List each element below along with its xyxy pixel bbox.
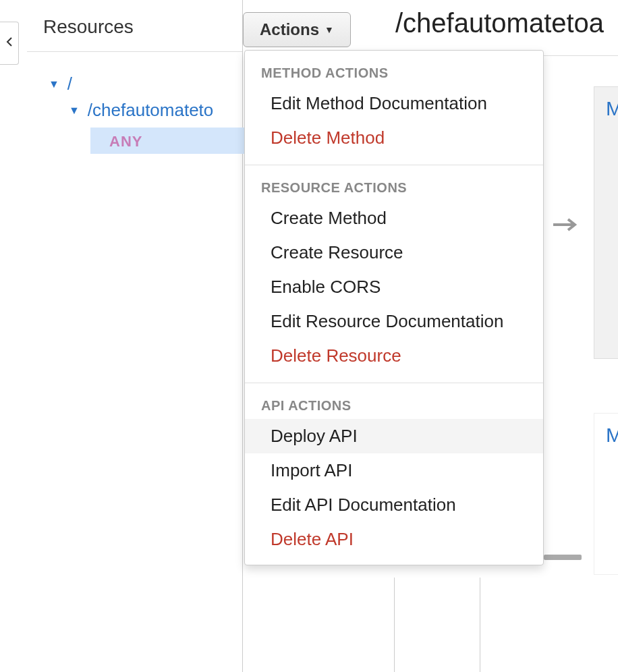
arrow-right-icon xyxy=(553,213,580,236)
chevron-left-icon xyxy=(6,37,13,49)
method-request-link[interactable]: M xyxy=(606,97,618,120)
method-response-link[interactable]: M xyxy=(606,424,618,447)
dropdown-section-method-header: METHOD ACTIONS xyxy=(245,51,543,86)
menu-create-method[interactable]: Create Method xyxy=(245,201,543,235)
resources-sidebar: Resources ▼ / ▼ /chefautomateto ANY xyxy=(27,0,243,672)
resource-path-title: /chefautomatetoa xyxy=(395,8,604,38)
tree-child-item[interactable]: ▼ /chefautomateto xyxy=(27,97,242,123)
caret-down-icon: ▼ xyxy=(325,24,334,35)
actions-dropdown: METHOD ACTIONS Edit Method Documentation… xyxy=(244,50,544,565)
chevron-down-icon: ▼ xyxy=(49,78,59,90)
menu-enable-cors[interactable]: Enable CORS xyxy=(245,270,543,304)
menu-import-api[interactable]: Import API xyxy=(245,453,543,488)
connector-bar xyxy=(544,555,582,560)
chevron-down-icon: ▼ xyxy=(69,105,80,117)
tree-child-label: /chefautomateto xyxy=(88,100,213,121)
menu-edit-resource-documentation[interactable]: Edit Resource Documentation xyxy=(245,304,543,339)
sidebar-title: Resources xyxy=(27,12,242,52)
collapse-sidebar-tab[interactable] xyxy=(0,22,19,65)
resources-tree: ▼ / ▼ /chefautomateto ANY xyxy=(27,71,242,154)
menu-edit-method-documentation[interactable]: Edit Method Documentation xyxy=(245,86,543,121)
actions-button-label: Actions xyxy=(260,20,319,39)
menu-create-resource[interactable]: Create Resource xyxy=(245,235,543,270)
tree-root-item[interactable]: ▼ / xyxy=(27,71,242,97)
actions-button[interactable]: Actions ▼ xyxy=(243,12,351,47)
dropdown-section-api-header: API ACTIONS xyxy=(245,383,543,419)
method-badge: ANY xyxy=(109,133,142,150)
menu-delete-api[interactable]: Delete API xyxy=(245,522,543,557)
menu-deploy-api[interactable]: Deploy API xyxy=(245,419,543,453)
menu-delete-method[interactable]: Delete Method xyxy=(245,121,543,155)
menu-edit-api-documentation[interactable]: Edit API Documentation xyxy=(245,488,543,522)
menu-delete-resource[interactable]: Delete Resource xyxy=(245,339,543,373)
method-request-box[interactable] xyxy=(594,86,618,359)
flow-connector xyxy=(394,578,480,672)
dropdown-section-resource-header: RESOURCE ACTIONS xyxy=(245,165,543,201)
tree-root-label: / xyxy=(67,74,72,94)
